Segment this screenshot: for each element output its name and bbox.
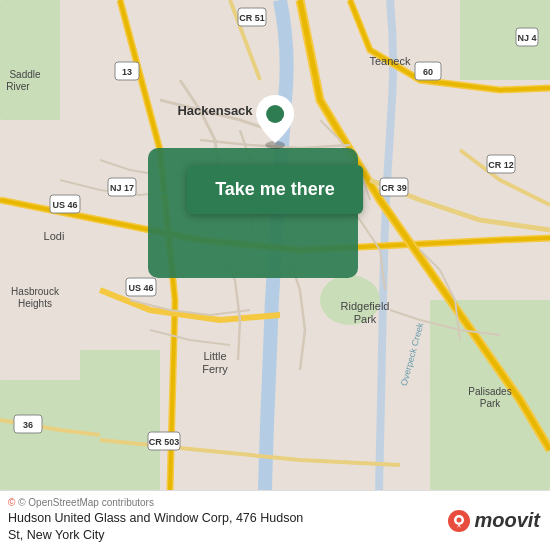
svg-text:60: 60 bbox=[423, 67, 433, 77]
svg-text:US 46: US 46 bbox=[128, 283, 153, 293]
svg-text:Hackensack: Hackensack bbox=[177, 103, 253, 118]
address-line2: St, New York City bbox=[8, 527, 448, 545]
svg-text:CR 12: CR 12 bbox=[488, 160, 514, 170]
svg-text:Lodi: Lodi bbox=[44, 230, 65, 242]
attribution-text: © © OpenStreetMap contributors bbox=[8, 497, 448, 508]
svg-text:36: 36 bbox=[23, 420, 33, 430]
svg-text:Teaneck: Teaneck bbox=[370, 55, 411, 67]
moovit-text: moovit bbox=[474, 509, 540, 532]
address-line1: Hudson United Glass and Window Corp, 476… bbox=[8, 510, 448, 528]
attribution-label: © OpenStreetMap contributors bbox=[18, 497, 154, 508]
svg-text:NJ 4: NJ 4 bbox=[517, 33, 536, 43]
footer-left: © © OpenStreetMap contributors Hudson Un… bbox=[8, 497, 448, 545]
button-overlay: Take me there bbox=[187, 155, 363, 214]
svg-text:Park: Park bbox=[480, 398, 502, 409]
map-pin-icon bbox=[253, 93, 297, 149]
svg-text:Heights: Heights bbox=[18, 298, 52, 309]
svg-text:Hasbrouck: Hasbrouck bbox=[11, 286, 60, 297]
svg-point-46 bbox=[266, 105, 284, 123]
svg-text:CR 51: CR 51 bbox=[239, 13, 265, 23]
svg-rect-1 bbox=[0, 0, 60, 120]
take-me-there-button[interactable]: Take me there bbox=[187, 165, 363, 214]
svg-rect-5 bbox=[80, 350, 160, 490]
svg-text:Little: Little bbox=[203, 350, 226, 362]
svg-text:13: 13 bbox=[122, 67, 132, 77]
map-container: CR 51 13 NJ 4 60 NJ 17 US 46 US 46 CR 39… bbox=[0, 0, 550, 490]
svg-text:Ferry: Ferry bbox=[202, 363, 228, 375]
osm-icon: © bbox=[8, 497, 15, 508]
moovit-logo: moovit bbox=[448, 509, 540, 532]
svg-text:Ridgefield: Ridgefield bbox=[341, 300, 390, 312]
moovit-icon bbox=[448, 510, 470, 532]
svg-text:Park: Park bbox=[354, 313, 377, 325]
svg-text:River: River bbox=[6, 81, 30, 92]
svg-text:CR 503: CR 503 bbox=[149, 437, 180, 447]
svg-text:NJ 17: NJ 17 bbox=[110, 183, 134, 193]
svg-text:Saddle: Saddle bbox=[9, 69, 41, 80]
svg-text:US 46: US 46 bbox=[52, 200, 77, 210]
svg-text:CR 39: CR 39 bbox=[381, 183, 407, 193]
footer: © © OpenStreetMap contributors Hudson Un… bbox=[0, 490, 550, 550]
svg-text:Palisades: Palisades bbox=[468, 386, 511, 397]
svg-point-48 bbox=[457, 517, 462, 522]
